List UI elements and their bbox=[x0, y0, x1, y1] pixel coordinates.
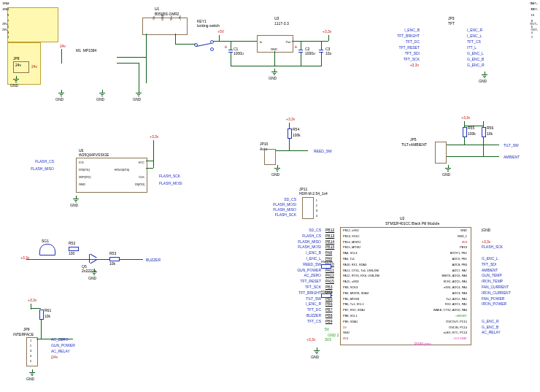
jp3-pin: 1 bbox=[7, 35, 9, 39]
net: +3,3v bbox=[404, 63, 419, 67]
pin-desc: PB10 bbox=[409, 245, 467, 251]
gnd-jp3: GND bbox=[482, 72, 489, 77]
pin-desc: RX2, ADC1, PA1 bbox=[409, 302, 467, 308]
net: AC_ZERO bbox=[51, 337, 69, 342]
wire bbox=[321, 41, 322, 50]
gnd-jp9: GND bbox=[29, 369, 36, 375]
pin-desc: ADC8, PB0 bbox=[409, 263, 467, 269]
pin-desc: ADC9, PB1 bbox=[409, 257, 467, 263]
r54-body bbox=[288, 128, 292, 139]
net: GUN_POWER bbox=[270, 268, 321, 274]
u1-ref: U1 bbox=[155, 7, 159, 11]
jp9-pin: 1 bbox=[30, 339, 31, 342]
u3-pin: Out bbox=[286, 40, 290, 44]
jp3-pin: 9 bbox=[7, 13, 9, 17]
gnd-u1: GND bbox=[136, 90, 143, 96]
u3-body: In Out GND bbox=[257, 35, 293, 53]
wire bbox=[61, 49, 62, 64]
wire bbox=[175, 34, 176, 44]
net: TFT_RESET bbox=[383, 45, 420, 50]
wire bbox=[274, 51, 275, 66]
net: TFT_DC bbox=[270, 307, 321, 313]
u2-5v: 5V bbox=[325, 327, 329, 331]
u6-pin: CLK bbox=[139, 175, 144, 179]
wire bbox=[464, 137, 465, 145]
jp9-ref: JP9 bbox=[23, 327, 30, 331]
wire bbox=[117, 57, 146, 58]
jp8-val: 24v bbox=[15, 63, 21, 67]
net: I_ENC_B bbox=[270, 250, 321, 256]
jp3-pin: 12 bbox=[531, 7, 534, 11]
pin: PB15 bbox=[325, 245, 334, 250]
u6-33v: +3,3v bbox=[150, 134, 158, 139]
net: TILT_SW bbox=[504, 143, 519, 147]
jp9-pin: 5 bbox=[30, 359, 31, 363]
pin: PB9 bbox=[325, 319, 334, 325]
net: FAN_CURRENT bbox=[482, 285, 511, 291]
net: AC_RELAY bbox=[51, 349, 70, 353]
wire bbox=[289, 123, 290, 128]
pin-desc: SCK1, ADC5, PA5 bbox=[409, 280, 467, 285]
jp10-33v: +3,3v bbox=[286, 117, 295, 121]
c2-val: 1000u bbox=[305, 51, 315, 55]
u2-val: STM32F401CC Black Pill Module bbox=[385, 221, 439, 226]
r61-ref: R61 bbox=[45, 308, 51, 312]
jp10-body bbox=[264, 149, 276, 165]
pin: PB7 bbox=[325, 307, 334, 313]
r58-body bbox=[321, 264, 331, 269]
pin: PB8 bbox=[325, 313, 334, 319]
m1-24v: 24v bbox=[60, 44, 66, 48]
jp5-ref: JP5 bbox=[410, 137, 417, 142]
net: FLASH_MOSI bbox=[260, 202, 296, 207]
pin-desc: WAKE, CTS2, ADC0, PA0 bbox=[409, 308, 467, 314]
jp3-pin: 4 bbox=[531, 31, 533, 34]
r58b-body bbox=[321, 293, 331, 298]
net: GUN_TEMP bbox=[482, 273, 511, 279]
wire bbox=[153, 156, 154, 168]
net: AMBIENT bbox=[504, 155, 520, 159]
net: FAN_POWER bbox=[482, 296, 511, 302]
r55-val: 100k bbox=[468, 131, 476, 136]
u2-right-nets: |GND +3,3v FLASH_SCK G_ENC_L TFT_SDI AMB… bbox=[482, 228, 511, 336]
net: GUN_POWER bbox=[51, 343, 75, 347]
jp11-pin: 4 bbox=[316, 214, 317, 218]
key1-5v: +5V bbox=[217, 29, 224, 34]
net: TFT_SCK bbox=[383, 57, 420, 61]
wire bbox=[175, 44, 196, 45]
wire bbox=[26, 259, 143, 260]
jp3-ref: JP3 bbox=[448, 16, 455, 20]
u2-left-nets: SD_CS FLASH_CS FLASH_MISO FLASH_MOSI I_E… bbox=[270, 228, 321, 325]
net: TFT_DC bbox=[383, 39, 420, 44]
pin: PA8 bbox=[325, 250, 334, 256]
jp9-val: INTERFACE bbox=[13, 332, 34, 337]
r56-val: 10k bbox=[487, 131, 493, 136]
u2-left-refs: PB12 PB13 PB14 PB15 PA8 PA9 PA10 PA11 PA… bbox=[325, 228, 334, 325]
wire bbox=[464, 126, 483, 126]
u3-33v: +3,3v bbox=[323, 29, 331, 34]
wire bbox=[483, 121, 484, 127]
net: BUZZER bbox=[146, 258, 161, 262]
wire bbox=[146, 168, 153, 169]
pin-desc: ADC3, PA3 bbox=[409, 291, 467, 297]
pin-desc: ADC7, PA7 bbox=[409, 269, 467, 274]
jp5-body bbox=[435, 142, 447, 164]
pin-desc: PA8, SCL3 bbox=[343, 251, 379, 257]
pin-desc: 3V3 bbox=[343, 337, 379, 342]
net: FLASH_MOSI bbox=[159, 181, 182, 185]
net: TFT_SCK bbox=[270, 285, 321, 291]
wire bbox=[321, 53, 322, 66]
net: FLASH_SCK bbox=[482, 245, 511, 250]
r61-body bbox=[39, 310, 44, 320]
jp9-33v: +3,3v bbox=[28, 298, 36, 302]
net: I_ENC_R bbox=[270, 301, 321, 307]
jp8-ref: JP8 bbox=[13, 56, 20, 61]
q5-body bbox=[88, 254, 98, 264]
jp9-24v: |24v bbox=[51, 355, 58, 359]
jp5-33v: +3,3v bbox=[461, 115, 470, 120]
wire bbox=[41, 320, 42, 339]
net: TILT_SW bbox=[270, 296, 321, 302]
net: +3,3v bbox=[482, 239, 511, 245]
pin-desc: PA15, nSS3 bbox=[343, 280, 379, 285]
jp3-pin: 5 bbox=[7, 25, 9, 28]
wire bbox=[301, 53, 301, 66]
